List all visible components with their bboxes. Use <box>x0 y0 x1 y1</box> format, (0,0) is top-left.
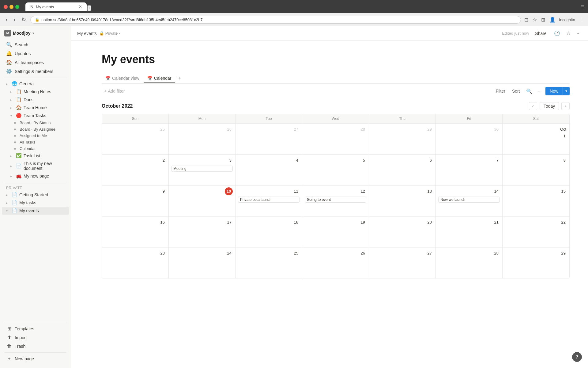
address-bar[interactable]: 🔒 notion.so/36d8a1be657e49d0940178c18eac… <box>30 16 521 24</box>
sidebar-item-task-list[interactable]: ▸ ✅ Task List <box>2 152 69 160</box>
cal-cell-oct2[interactable]: 2 <box>102 155 169 185</box>
more-options-icon[interactable]: ··· <box>575 29 582 37</box>
share-button[interactable]: Share <box>533 30 549 37</box>
cal-cell-oct27[interactable]: 27 <box>369 247 436 278</box>
sidebar-item-templates[interactable]: ⊞ Templates <box>2 324 69 333</box>
cal-cell-sep30[interactable]: 30 <box>436 124 503 154</box>
back-btn[interactable]: ‹ <box>4 16 9 24</box>
active-browser-tab[interactable]: N My events × <box>25 2 87 11</box>
sidebar-item-updates[interactable]: 🔔 Updates <box>2 49 69 58</box>
sidebar-item-meeting-notes[interactable]: ▸ 📋 Meeting Notes <box>2 88 69 96</box>
new-entry-dropdown-btn[interactable]: ▾ <box>563 87 570 95</box>
cal-cell-sep25[interactable]: 25 <box>102 124 169 154</box>
cal-cell-oct24[interactable]: 24 <box>169 247 236 278</box>
cal-cell-oct4[interactable]: 4 <box>236 155 302 185</box>
cal-cell-oct20[interactable]: 20 <box>369 217 436 247</box>
cal-cell-oct22[interactable]: 22 <box>503 217 569 247</box>
maximize-window-btn[interactable] <box>15 5 19 9</box>
filter-btn[interactable]: Filter <box>493 87 508 95</box>
new-tab-btn[interactable]: + <box>87 5 91 11</box>
cal-cell-oct29[interactable]: 29 <box>503 247 569 278</box>
minimize-window-btn[interactable] <box>9 5 13 9</box>
bookmark-icon[interactable]: ☆ <box>532 16 538 24</box>
sidebar-item-getting-started[interactable]: ▸ 📄 Getting Started <box>2 191 69 199</box>
next-month-btn[interactable]: › <box>561 102 570 110</box>
cal-cell-oct28[interactable]: 28 <box>436 247 503 278</box>
sidebar-item-board-assignee[interactable]: Board · By Assignee <box>2 126 69 132</box>
event-meeting[interactable]: Meeting <box>171 166 233 172</box>
private-badge[interactable]: 🔒 Private ▾ <box>99 31 120 36</box>
cal-cell-oct11[interactable]: 11 Private beta launch <box>236 186 302 216</box>
cal-cell-oct5[interactable]: 5 <box>302 155 369 185</box>
cal-cell-oct25[interactable]: 25 <box>236 247 302 278</box>
cast-icon[interactable]: ⊡ <box>523 16 529 24</box>
sidebar-item-trash[interactable]: 🗑 Trash <box>2 342 69 351</box>
sidebar-item-all-tasks[interactable]: All Tasks <box>2 139 69 145</box>
cal-cell-oct7[interactable]: 7 <box>436 155 503 185</box>
sidebar-item-my-new-page[interactable]: ▸ 🚒 My new page <box>2 172 69 180</box>
sidebar-item-board-status[interactable]: Board · By Status <box>2 120 69 126</box>
new-page-btn[interactable]: + New page <box>2 355 69 363</box>
event-private-beta[interactable]: Private beta launch <box>238 197 300 203</box>
add-tab-btn[interactable]: + <box>176 73 184 83</box>
cal-cell-oct16[interactable]: 16 <box>102 217 169 247</box>
workspace-name[interactable]: M Moodjoy ▾ <box>4 30 34 36</box>
sort-btn[interactable]: Sort <box>510 87 522 95</box>
add-filter-btn[interactable]: + Add filter <box>102 87 127 95</box>
browser-more-icon[interactable]: ⋮ <box>578 16 584 24</box>
cal-cell-oct23[interactable]: 23 <box>102 247 169 278</box>
sidebar-item-new-doc[interactable]: ▸ 📄 This is my new document <box>2 160 69 172</box>
cal-cell-oct10[interactable]: 10 <box>169 186 236 216</box>
cal-cell-oct12[interactable]: 12 Going to event <box>302 186 369 216</box>
sidebar-item-general[interactable]: ▸ 🌐 General <box>2 80 69 88</box>
breadcrumb-page[interactable]: My events <box>77 31 97 36</box>
cal-cell-sep27[interactable]: 27 <box>236 124 302 154</box>
cal-cell-oct19[interactable]: 19 <box>302 217 369 247</box>
cal-cell-sep28[interactable]: 28 <box>302 124 369 154</box>
cal-cell-oct26[interactable]: 26 <box>302 247 369 278</box>
cal-cell-oct3[interactable]: 3 Meeting <box>169 155 236 185</box>
sidebar-item-search[interactable]: 🔍 Search <box>2 40 69 49</box>
forward-btn[interactable]: › <box>12 16 17 24</box>
cal-cell-oct8[interactable]: 8 <box>503 155 569 185</box>
sidebar-item-docs[interactable]: ▸ 📋 Docs <box>2 96 69 104</box>
profile-icon[interactable]: 👤 <box>548 16 556 24</box>
prev-month-btn[interactable]: ‹ <box>529 102 537 110</box>
help-btn[interactable]: ? <box>572 352 582 362</box>
cal-cell-oct9[interactable]: 9 <box>102 186 169 216</box>
sidebar-item-settings[interactable]: ⚙️ Settings & members <box>2 67 69 76</box>
sidebar-item-import[interactable]: ⬆ Import <box>2 333 69 342</box>
cal-cell-oct21[interactable]: 21 <box>436 217 503 247</box>
reload-btn[interactable]: ↻ <box>20 16 28 24</box>
sidebar-item-teamspaces[interactable]: 🏠 All teamspaces <box>2 58 69 67</box>
browser-menu-btn[interactable]: ≡ <box>581 3 584 10</box>
tab-calendar-view[interactable]: 📅 Calendar view <box>102 74 143 83</box>
cal-cell-oct1[interactable]: Oct 1 <box>503 124 569 154</box>
cal-cell-oct17[interactable]: 17 <box>169 217 236 247</box>
cal-cell-oct13[interactable]: 13 <box>369 186 436 216</box>
close-window-btn[interactable] <box>4 5 8 9</box>
sidebar-item-my-tasks[interactable]: ▸ 📄 My tasks <box>2 199 69 207</box>
event-going-to-event[interactable]: Going to event <box>305 197 366 203</box>
tab-calendar[interactable]: 📅 Calendar <box>144 74 175 83</box>
favorite-icon[interactable]: ☆ <box>565 29 572 37</box>
sidebar-item-team-home[interactable]: ▸ 🏠 Team Home <box>2 104 69 112</box>
new-entry-btn[interactable]: New <box>545 87 563 95</box>
cal-cell-sep26[interactable]: 26 <box>169 124 236 154</box>
extension-icon[interactable]: ⊞ <box>540 16 546 24</box>
cal-cell-oct6[interactable]: 6 <box>369 155 436 185</box>
tab-close-btn[interactable]: × <box>79 4 82 9</box>
today-btn[interactable]: Today <box>540 102 559 110</box>
search-db-icon[interactable]: 🔍 <box>524 87 534 95</box>
sidebar-item-assigned-to-me[interactable]: Assigned to Me <box>2 132 69 139</box>
cal-cell-sep29[interactable]: 29 <box>369 124 436 154</box>
sidebar-item-my-events[interactable]: ▾ 📄 My events <box>2 207 69 215</box>
cal-cell-oct14[interactable]: 14 Now we launch <box>436 186 503 216</box>
cal-cell-oct15[interactable]: 15 <box>503 186 569 216</box>
sidebar-item-team-tasks[interactable]: ▾ 🔴 Team Tasks <box>2 112 69 120</box>
event-now-we-launch[interactable]: Now we launch <box>438 197 500 203</box>
sidebar-item-calendar[interactable]: Calendar <box>2 145 69 152</box>
more-db-icon[interactable]: ··· <box>536 87 544 95</box>
history-icon[interactable]: 🕐 <box>553 29 561 37</box>
cal-cell-oct18[interactable]: 18 <box>236 217 302 247</box>
